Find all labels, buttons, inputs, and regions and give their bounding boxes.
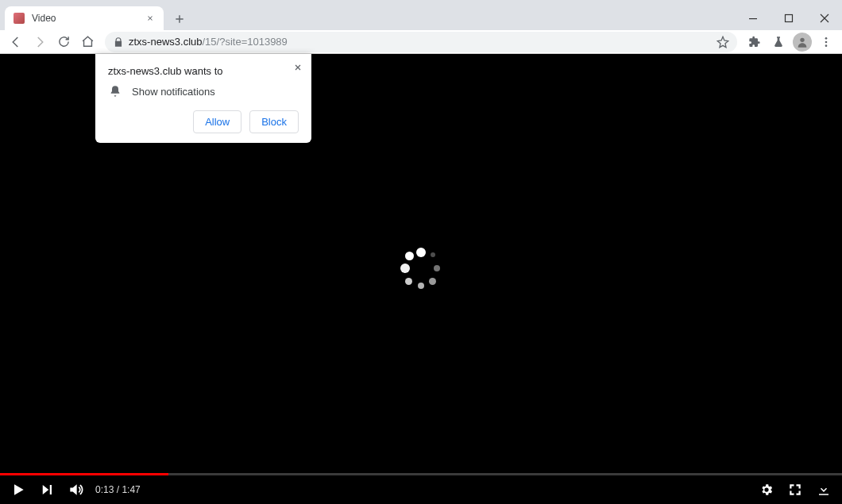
page-content: ztxs-news3.club wants to Show notificati… [0, 54, 842, 504]
profile-avatar[interactable] [791, 31, 813, 53]
url-host: ztxs-news3.club [129, 36, 202, 48]
allow-button[interactable]: Allow [193, 110, 241, 133]
window-minimize-button[interactable] [735, 6, 771, 30]
svg-point-5 [825, 44, 828, 47]
download-icon[interactable] [815, 481, 832, 498]
url-path: /15/?site=1013989 [202, 36, 287, 48]
tab-title: Video [32, 13, 145, 24]
svg-point-2 [800, 37, 804, 41]
video-controls: 0:13 / 1:47 [0, 475, 842, 504]
bell-icon [108, 85, 122, 98]
permission-label: Show notifications [132, 86, 215, 98]
play-button[interactable] [10, 481, 27, 498]
home-button[interactable] [76, 31, 98, 53]
browser-menu-icon[interactable] [815, 31, 837, 53]
next-button[interactable] [38, 481, 56, 498]
browser-toolbar: ztxs-news3.club/15/?site=1013989 [0, 30, 842, 54]
duration: 1:47 [122, 484, 140, 495]
current-time: 0:13 [95, 484, 114, 495]
fullscreen-icon[interactable] [786, 481, 804, 498]
prompt-title: ztxs-news3.club wants to [108, 65, 299, 77]
tab-strip: Video [0, 6, 842, 30]
address-bar[interactable]: ztxs-news3.club/15/?site=1013989 [105, 32, 737, 52]
loading-spinner [397, 246, 445, 294]
block-button[interactable]: Block [249, 110, 299, 133]
svg-rect-0 [749, 18, 757, 19]
svg-point-3 [825, 37, 828, 40]
settings-gear-icon[interactable] [758, 481, 775, 498]
extensions-icon[interactable] [744, 31, 766, 53]
new-tab-button[interactable] [168, 8, 191, 30]
svg-point-4 [825, 40, 828, 43]
svg-rect-1 [785, 15, 792, 22]
notification-permission-prompt: ztxs-news3.club wants to Show notificati… [95, 54, 311, 143]
lock-icon [113, 37, 124, 48]
window-close-button[interactable] [806, 6, 842, 30]
time-display: 0:13 / 1:47 [95, 484, 141, 495]
forward-button [29, 31, 51, 53]
volume-icon[interactable] [67, 481, 84, 498]
close-tab-icon[interactable] [145, 13, 156, 24]
bookmark-star-icon[interactable] [716, 36, 729, 48]
tab-favicon [13, 12, 25, 25]
reload-button[interactable] [52, 31, 75, 53]
prompt-close-icon[interactable] [291, 60, 305, 75]
back-button[interactable] [5, 31, 27, 53]
window-maximize-button[interactable] [771, 6, 806, 30]
browser-tab[interactable]: Video [5, 6, 164, 30]
labs-icon[interactable] [767, 31, 790, 53]
